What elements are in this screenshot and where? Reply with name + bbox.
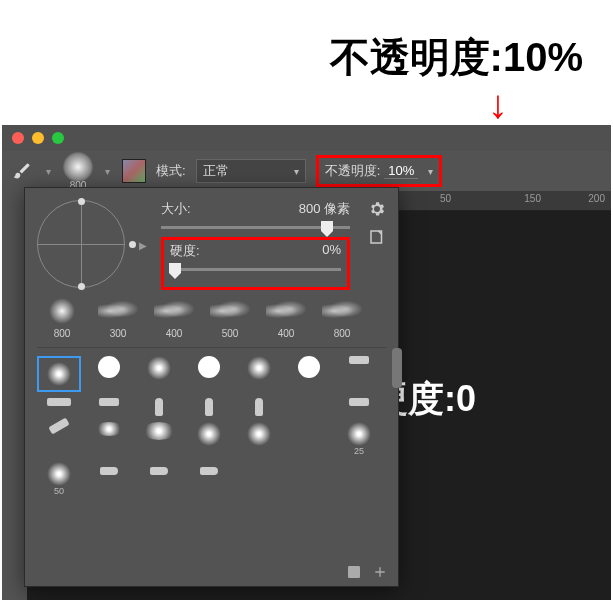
opacity-value-input[interactable]: 10% bbox=[384, 163, 418, 179]
blend-mode-value: 正常 bbox=[203, 162, 229, 180]
hardness-value[interactable]: 0% bbox=[322, 242, 341, 260]
brush-tip-item[interactable] bbox=[337, 356, 381, 392]
brush-angle-picker[interactable] bbox=[37, 200, 125, 288]
minimize-window-button[interactable] bbox=[32, 132, 44, 144]
scrollbar[interactable] bbox=[392, 348, 402, 388]
brush-preset-item[interactable]: 800 bbox=[37, 296, 87, 339]
opacity-control-highlight: 不透明度: 10% ▾ bbox=[316, 155, 443, 187]
brush-tip-item[interactable] bbox=[187, 356, 231, 392]
brush-preset-picker[interactable]: 800 bbox=[63, 152, 93, 191]
ruler-tick: 200 bbox=[588, 193, 605, 204]
brush-tip-item-selected[interactable] bbox=[37, 356, 81, 392]
new-brush-icon[interactable] bbox=[372, 564, 388, 580]
brush-tool-icon[interactable] bbox=[10, 159, 34, 183]
brush-tip-item[interactable] bbox=[87, 462, 131, 496]
brush-tip-item[interactable] bbox=[287, 356, 331, 392]
brush-preset-item[interactable]: 400 bbox=[261, 296, 311, 339]
annotation-opacity-text: 不透明度:10% bbox=[330, 30, 583, 85]
brush-settings-panel: ▶ 大小: 800 像素 硬度: 0% bbox=[24, 187, 399, 587]
brush-tip-item[interactable]: 25 bbox=[337, 422, 381, 456]
app-window: ▾ 800 ▾ 模式: 正常 ▾ 不透明度: 10% ▾ 50 150 200 … bbox=[2, 125, 611, 600]
size-label: 大小: bbox=[161, 200, 191, 218]
panel-footer bbox=[346, 564, 388, 580]
chevron-down-icon: ▾ bbox=[105, 166, 110, 177]
brush-tip-item[interactable] bbox=[187, 462, 231, 496]
options-bar: ▾ 800 ▾ 模式: 正常 ▾ 不透明度: 10% ▾ bbox=[2, 151, 611, 191]
chevron-down-icon: ▾ bbox=[294, 166, 299, 177]
close-window-button[interactable] bbox=[12, 132, 24, 144]
new-preset-icon[interactable] bbox=[368, 228, 386, 246]
brush-tips-grid: 25 50 bbox=[37, 347, 386, 496]
brush-tip-item[interactable] bbox=[137, 356, 181, 392]
brush-tip-item[interactable]: 50 bbox=[37, 462, 81, 496]
brush-panel-toggle-icon[interactable] bbox=[122, 159, 146, 183]
brush-tip-item[interactable] bbox=[337, 398, 381, 416]
brush-tip-item[interactable] bbox=[87, 398, 131, 416]
brush-tip-item[interactable] bbox=[187, 398, 231, 416]
brush-preset-item[interactable]: 500 bbox=[205, 296, 255, 339]
chevron-down-icon: ▾ bbox=[46, 166, 51, 177]
mode-label: 模式: bbox=[156, 162, 186, 180]
brush-preset-item[interactable]: 300 bbox=[93, 296, 143, 339]
brush-tip-item[interactable] bbox=[237, 422, 281, 456]
brush-presets-row-1: 800 300 400 500 400 800 bbox=[37, 296, 386, 339]
maximize-window-button[interactable] bbox=[52, 132, 64, 144]
brush-preset-item[interactable]: 800 bbox=[317, 296, 367, 339]
brush-preview-icon bbox=[63, 152, 93, 182]
brush-tip-item[interactable] bbox=[87, 422, 131, 456]
brush-tip-item[interactable] bbox=[137, 422, 181, 456]
svg-rect-1 bbox=[348, 566, 360, 578]
brush-tip-item[interactable] bbox=[187, 422, 231, 456]
flip-arrow-icon[interactable]: ▶ bbox=[139, 240, 147, 251]
hardness-label: 硬度: bbox=[170, 242, 200, 260]
brush-tip-item[interactable] bbox=[137, 462, 181, 496]
ruler-tick: 150 bbox=[524, 193, 541, 204]
titlebar bbox=[2, 125, 611, 151]
opacity-label: 不透明度: bbox=[325, 162, 381, 180]
hardness-slider[interactable] bbox=[170, 268, 341, 271]
hardness-highlight: 硬度: 0% bbox=[161, 237, 350, 290]
size-slider-row: 大小: 800 像素 bbox=[161, 200, 350, 229]
brush-preset-item[interactable]: 400 bbox=[149, 296, 199, 339]
brush-tip-item[interactable] bbox=[37, 422, 81, 456]
blend-mode-select[interactable]: 正常 ▾ bbox=[196, 159, 306, 183]
gear-icon[interactable] bbox=[368, 200, 386, 218]
size-value[interactable]: 800 像素 bbox=[299, 200, 350, 218]
brush-tip-item[interactable] bbox=[237, 398, 281, 416]
preview-size-icon[interactable] bbox=[346, 564, 362, 580]
brush-tip-item[interactable] bbox=[137, 398, 181, 416]
arrow-down-annotation: ↓ bbox=[488, 82, 508, 127]
brush-tip-item[interactable] bbox=[237, 356, 281, 392]
ruler-tick: 50 bbox=[440, 193, 451, 204]
brush-tip-item[interactable] bbox=[37, 398, 81, 416]
size-slider[interactable] bbox=[161, 226, 350, 229]
brush-tip-item[interactable] bbox=[87, 356, 131, 392]
chevron-down-icon[interactable]: ▾ bbox=[428, 166, 433, 177]
